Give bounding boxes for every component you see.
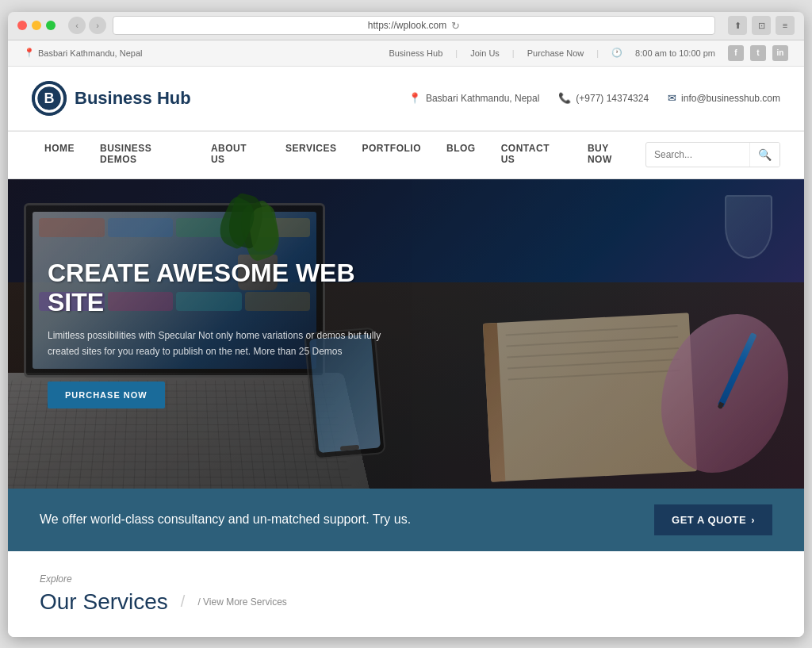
nav-search[interactable]: 🔍 bbox=[645, 142, 780, 167]
forward-button[interactable]: › bbox=[89, 17, 106, 34]
hero-title: CREATE AWESOME WEB SITE bbox=[48, 259, 404, 317]
topbar-link-purchase[interactable]: Purchase Now bbox=[527, 48, 584, 58]
hero-content: CREATE AWESOME WEB SITE Limitless possib… bbox=[8, 179, 804, 489]
share-button[interactable]: ⬆ bbox=[728, 16, 747, 35]
extensions-button[interactable]: ≡ bbox=[776, 16, 795, 35]
services-divider: / bbox=[181, 592, 186, 611]
svg-point-0 bbox=[32, 81, 67, 116]
topbar-right: Business Hub | Join Us | Purchase Now | … bbox=[389, 45, 788, 61]
website: 📍 Basbari Kathmandu, Nepal Business Hub … bbox=[8, 40, 804, 637]
header-contact: 📍 Basbari Kathmandu, Nepal 📞 (+977) 1437… bbox=[408, 92, 780, 104]
svg-text:B: B bbox=[44, 90, 55, 106]
topbar-link-join-us[interactable]: Join Us bbox=[470, 48, 500, 58]
topbar-hours: 8:00 am to 10:00 pm bbox=[635, 48, 715, 58]
hero-subtitle: Limitless possibilities with Specular No… bbox=[48, 328, 404, 359]
nav-item-blog[interactable]: BLOG bbox=[434, 132, 488, 178]
location-icon: 📍 bbox=[24, 48, 35, 58]
browser-titlebar: ‹ › https://wplook.com ↻ ⬆ ⊡ ≡ bbox=[8, 12, 804, 40]
browser-nav: ‹ › bbox=[68, 17, 106, 34]
services-title: Our Services bbox=[40, 589, 168, 615]
separator-3: | bbox=[596, 48, 599, 58]
services-explore: Explore bbox=[40, 573, 772, 585]
get-quote-arrow: › bbox=[751, 514, 755, 526]
top-bar: 📍 Basbari Kathmandu, Nepal Business Hub … bbox=[8, 40, 804, 67]
header-phone-text: (+977) 14374324 bbox=[576, 93, 649, 104]
nav-item-portfolio[interactable]: PORTFOLIO bbox=[350, 132, 435, 178]
search-input[interactable] bbox=[646, 149, 749, 160]
facebook-icon[interactable]: f bbox=[728, 45, 744, 61]
nav-item-buy-now[interactable]: BUY NOW bbox=[575, 132, 645, 178]
site-header: B Business Hub 📍 Basbari Kathmandu, Nepa… bbox=[8, 67, 804, 131]
logo[interactable]: B Business Hub bbox=[32, 81, 191, 116]
twitter-icon[interactable]: t bbox=[750, 45, 766, 61]
nav-item-services[interactable]: SERVICES bbox=[273, 132, 349, 178]
close-button[interactable] bbox=[17, 21, 27, 30]
header-location: 📍 Basbari Kathmandu, Nepal bbox=[408, 92, 539, 104]
header-phone: 📞 (+977) 14374324 bbox=[558, 92, 649, 104]
logo-icon: B bbox=[32, 81, 67, 116]
email-icon: ✉ bbox=[668, 92, 676, 104]
site-nav: HOME BUSINESS DEMOS ABOUT US SERVICES PO… bbox=[8, 131, 804, 179]
nav-item-business-demos[interactable]: BUSINESS DEMOS bbox=[87, 132, 198, 178]
header-email-text: info@businesshub.com bbox=[681, 93, 780, 104]
topbar-location: 📍 Basbari Kathmandu, Nepal bbox=[24, 48, 142, 58]
refresh-icon[interactable]: ↻ bbox=[451, 20, 460, 32]
cta-banner: We offer world-class consultancy and un-… bbox=[8, 489, 804, 551]
back-button[interactable]: ‹ bbox=[68, 17, 86, 34]
services-title-row: Our Services / / View More Services bbox=[40, 589, 772, 615]
phone-icon: 📞 bbox=[558, 92, 571, 104]
separator-1: | bbox=[455, 48, 458, 58]
topbar-link-business-hub[interactable]: Business Hub bbox=[389, 48, 442, 58]
search-button[interactable]: 🔍 bbox=[749, 143, 779, 167]
get-quote-label: GET A QUOTE bbox=[672, 514, 746, 526]
nav-item-home[interactable]: HOME bbox=[32, 132, 87, 178]
nav-item-contact-us[interactable]: CONTACT US bbox=[488, 132, 575, 178]
browser-window: ‹ › https://wplook.com ↻ ⬆ ⊡ ≡ 📍 Basbari… bbox=[8, 12, 804, 637]
nav-item-about-us[interactable]: ABOUT US bbox=[198, 132, 273, 178]
cta-text: We offer world-class consultancy and un-… bbox=[40, 512, 411, 527]
hero-purchase-button[interactable]: PURCHASE NOW bbox=[48, 382, 165, 408]
topbar-location-text: Basbari Kathmandu, Nepal bbox=[38, 48, 142, 58]
services-section: Explore Our Services / / View More Servi… bbox=[8, 551, 804, 637]
header-email: ✉ info@businesshub.com bbox=[668, 92, 780, 104]
separator-2: | bbox=[512, 48, 515, 58]
maximize-button[interactable] bbox=[46, 21, 56, 30]
clock-icon: 🕐 bbox=[611, 48, 622, 58]
minimize-button[interactable] bbox=[32, 21, 41, 30]
logo-text: Business Hub bbox=[75, 88, 191, 109]
view-more-services-link[interactable]: / View More Services bbox=[197, 596, 286, 608]
header-location-text: Basbari Kathmandu, Nepal bbox=[426, 93, 539, 104]
social-icons: f t in bbox=[728, 45, 788, 61]
get-quote-button[interactable]: GET A QUOTE › bbox=[654, 504, 772, 535]
linkedin-icon[interactable]: in bbox=[772, 45, 788, 61]
tab-icon[interactable]: ⊡ bbox=[752, 16, 771, 35]
hero-banner: CREATE AWESOME WEB SITE Limitless possib… bbox=[8, 179, 804, 489]
browser-actions: ⬆ ⊡ ≡ bbox=[728, 16, 795, 35]
address-bar[interactable]: https://wplook.com ↻ bbox=[113, 16, 715, 35]
url-text: https://wplook.com bbox=[368, 20, 446, 31]
traffic-lights bbox=[17, 21, 56, 30]
nav-menu: HOME BUSINESS DEMOS ABOUT US SERVICES PO… bbox=[32, 132, 645, 178]
header-location-icon: 📍 bbox=[408, 92, 421, 104]
svg-point-1 bbox=[36, 86, 62, 111]
